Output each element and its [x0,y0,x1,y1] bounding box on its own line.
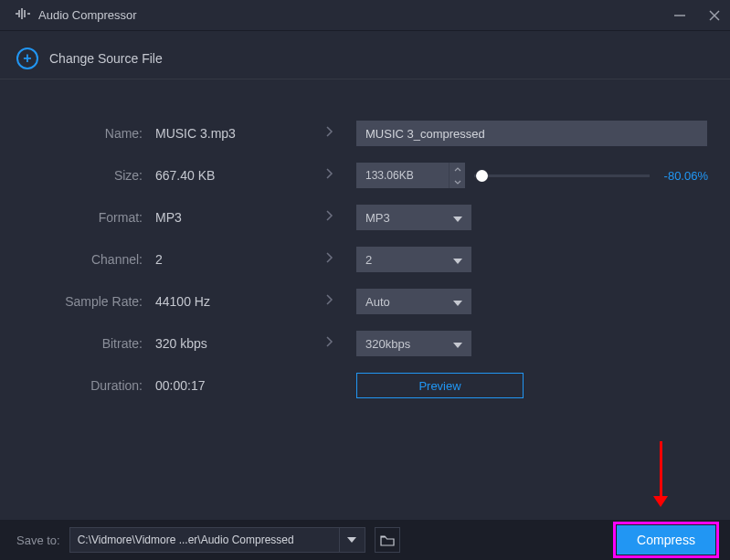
save-to-label: Save to: [16,534,60,547]
duration-label: Duration: [0,378,155,393]
caret-down-icon [453,335,462,352]
bitrate-selected: 320kbps [365,337,410,351]
app-logo-icon [15,7,31,24]
save-path-field[interactable]: C:\Vidmore\Vidmore ...er\Audio Compresse… [69,527,340,553]
chevron-right-icon [325,209,333,226]
svg-marker-4 [453,259,462,264]
name-value: MUSIC 3.mp3 [155,126,302,141]
svg-marker-7 [347,537,356,543]
change-source-file[interactable]: + Change Source File [0,31,730,79]
annotation-arrow [653,441,668,507]
compress-button[interactable]: Compress [617,525,715,555]
close-button[interactable] [708,9,721,22]
minimize-button[interactable] [673,9,686,22]
save-path-dropdown-arrow[interactable] [340,527,365,553]
form-area: Name: MUSIC 3.mp3 Size: 667.40 KB 133.06… [0,79,730,398]
row-duration: Duration: 00:00:17 Preview [0,373,708,398]
format-value: MP3 [155,210,302,225]
format-selected: MP3 [365,211,390,225]
bitrate-value: 320 kbps [155,336,302,351]
folder-icon [380,534,395,546]
format-dropdown[interactable]: MP3 [356,205,471,230]
row-name: Name: MUSIC 3.mp3 [0,121,708,146]
row-channel: Channel: 2 2 [0,247,708,272]
preview-button[interactable]: Preview [356,373,524,398]
channel-label: Channel: [0,252,155,267]
duration-value: 00:00:17 [155,378,302,393]
channel-dropdown[interactable]: 2 [356,247,471,272]
svg-marker-6 [453,343,462,348]
size-percent: -80.06% [659,169,708,183]
caret-down-icon [453,251,462,268]
change-source-label: Change Source File [49,51,163,66]
row-format: Format: MP3 MP3 [0,205,708,230]
samplerate-label: Sample Rate: [0,294,155,309]
svg-marker-3 [453,217,462,222]
chevron-right-icon [325,293,333,310]
save-path-text: C:\Vidmore\Vidmore ...er\Audio Compresse… [78,534,294,546]
samplerate-dropdown[interactable]: Auto [356,289,471,314]
samplerate-selected: Auto [365,295,390,309]
chevron-right-icon [325,251,333,268]
row-bitrate: Bitrate: 320 kbps 320kbps [0,331,708,356]
spinner-down[interactable] [450,175,465,188]
size-spinner[interactable]: 133.06KB [356,163,465,188]
svg-marker-5 [453,301,462,306]
row-size: Size: 667.40 KB 133.06KB -80.06% [0,163,708,188]
spinner-up[interactable] [450,163,465,175]
slider-thumb[interactable] [476,170,488,182]
size-spinner-value: 133.06KB [356,169,449,182]
footer-bar: Save to: C:\Vidmore\Vidmore ...er\Audio … [0,520,730,560]
name-input[interactable] [356,121,707,146]
chevron-right-icon [325,167,333,184]
name-label: Name: [0,126,155,141]
caret-down-icon [453,293,462,310]
open-folder-button[interactable] [375,527,400,553]
plus-circle-icon: + [16,48,38,69]
format-label: Format: [0,210,155,225]
bitrate-label: Bitrate: [0,336,155,351]
size-slider[interactable] [474,174,650,177]
channel-selected: 2 [365,253,372,267]
size-value: 667.40 KB [155,168,302,183]
bitrate-dropdown[interactable]: 320kbps [356,331,471,356]
title-bar: Audio Compressor [0,0,730,31]
channel-value: 2 [155,252,302,267]
size-label: Size: [0,168,155,183]
chevron-right-icon [325,335,333,352]
chevron-right-icon [325,125,333,142]
caret-down-icon [453,209,462,226]
samplerate-value: 44100 Hz [155,294,302,309]
row-samplerate: Sample Rate: 44100 Hz Auto [0,289,708,314]
app-title: Audio Compressor [38,8,137,22]
